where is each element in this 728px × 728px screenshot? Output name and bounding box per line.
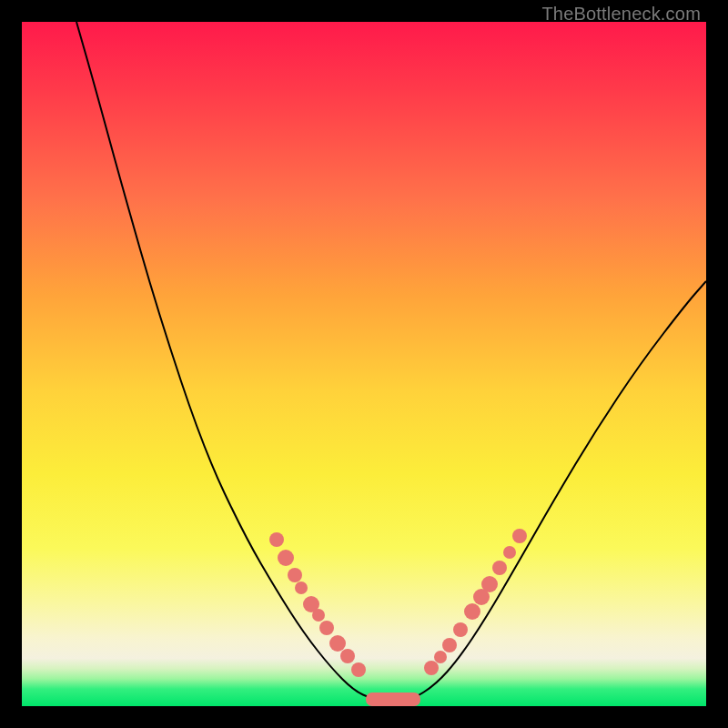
data-marker (434, 651, 447, 663)
data-marker (512, 529, 527, 543)
data-marker (269, 532, 284, 547)
data-marker (288, 568, 302, 582)
data-marker (319, 621, 334, 635)
data-marker (481, 576, 498, 592)
data-marker (453, 622, 468, 637)
right-branch-markers (424, 529, 527, 675)
data-marker (278, 550, 294, 566)
data-marker (424, 661, 439, 675)
data-marker (442, 638, 457, 652)
data-marker (340, 649, 355, 663)
data-marker (464, 603, 480, 620)
data-marker (295, 581, 308, 594)
left-branch-markers (269, 532, 366, 677)
trough-marker (366, 693, 420, 706)
data-marker (329, 635, 346, 652)
watermark-text: TheBottleneck.com (541, 4, 701, 25)
data-marker (351, 662, 366, 677)
chart-frame (22, 22, 706, 706)
data-marker (312, 609, 325, 622)
v-curve (76, 22, 706, 701)
data-marker (503, 546, 516, 559)
data-marker (492, 561, 507, 575)
chart-svg (22, 22, 706, 706)
trough-pill (366, 693, 420, 706)
